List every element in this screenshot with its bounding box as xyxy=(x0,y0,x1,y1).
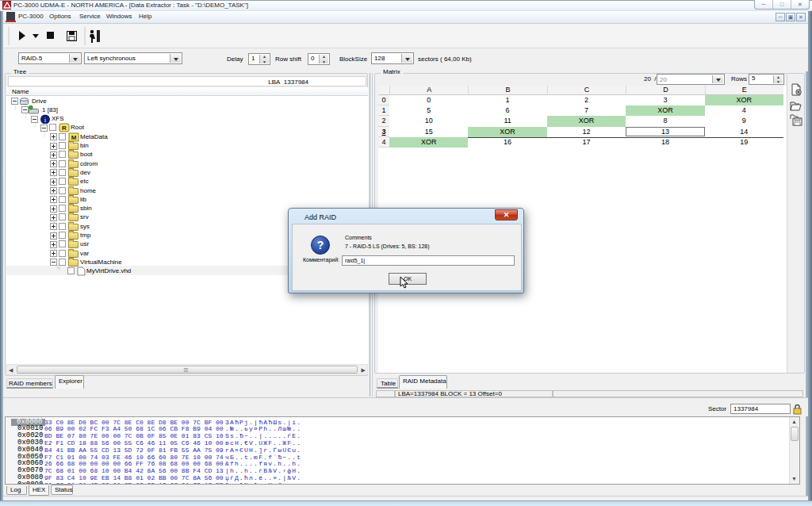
svg-text:M: M xyxy=(71,134,77,141)
svg-text:R: R xyxy=(62,125,67,132)
